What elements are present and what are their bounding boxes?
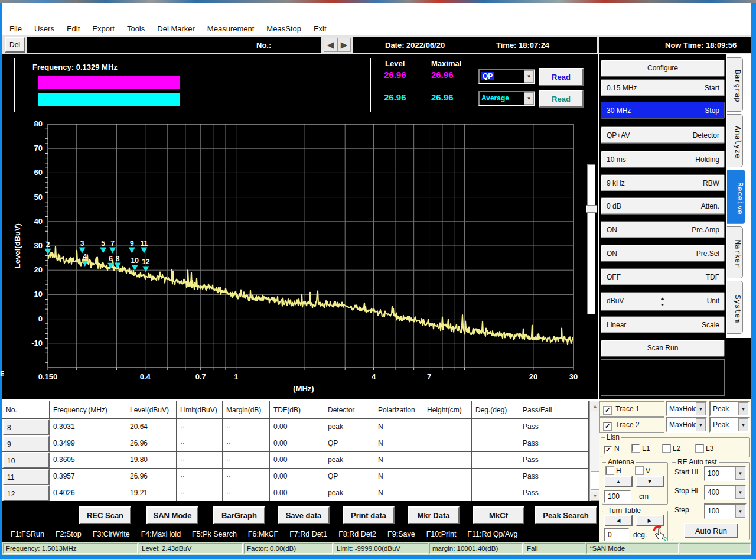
lisn-l3-checkbox[interactable] bbox=[696, 444, 703, 452]
side-button-scale[interactable]: LinearScale bbox=[601, 316, 725, 333]
start-height-dropdown-button[interactable]: ▼ bbox=[735, 467, 745, 480]
tab-bargrap[interactable]: Bargrap bbox=[727, 57, 743, 112]
side-button-rbw[interactable]: 9 kHzRBW bbox=[601, 174, 725, 191]
y-tick-label: 10 bbox=[34, 290, 43, 298]
trace2-mode-dropdown-button[interactable]: ▼ bbox=[696, 418, 706, 431]
button-mkcf[interactable]: MkCf bbox=[472, 506, 524, 524]
lisn-n-checkbox[interactable]: ✓ bbox=[604, 446, 612, 454]
cell-9-0[interactable]: 9 bbox=[2, 436, 50, 452]
table-scrollbar-thumb[interactable] bbox=[591, 471, 599, 490]
trace1-mode-select[interactable]: MaxHold ▼ bbox=[666, 401, 707, 417]
menu-item-export[interactable]: Export bbox=[92, 24, 115, 33]
stop-height-value: 400 bbox=[705, 486, 735, 499]
side-button-stop[interactable]: 30 MHzStop bbox=[601, 102, 725, 119]
cell-11-0[interactable]: 11 bbox=[2, 469, 50, 485]
detector1-selected-value: QP bbox=[481, 72, 494, 80]
tab-system[interactable]: System bbox=[727, 281, 743, 334]
auto-run-button[interactable]: Auto Run bbox=[684, 523, 738, 538]
menu-item-file[interactable]: File bbox=[9, 24, 22, 33]
chart-slider-thumb[interactable] bbox=[586, 205, 597, 213]
antenna-up-button[interactable]: ▲ bbox=[604, 476, 633, 488]
antenna-h-option[interactable]: H bbox=[606, 465, 621, 476]
trace2-detector-select[interactable]: Peak ▼ bbox=[709, 417, 750, 433]
cell-11-5: 0.00 bbox=[270, 469, 324, 485]
lisn-option-l2[interactable]: L2 bbox=[663, 443, 680, 453]
side-button-unit[interactable]: dBuVUnit▲▼ bbox=[601, 292, 725, 311]
trace2-toggle[interactable]: ✓ Trace 2 bbox=[599, 417, 664, 433]
side-button-start[interactable]: 0.15 MHzStart bbox=[601, 79, 725, 96]
lisn-option-l1[interactable]: L1 bbox=[632, 443, 650, 453]
tab-marker[interactable]: Marker bbox=[727, 226, 743, 278]
stop-height-select[interactable]: 400 ▼ bbox=[704, 485, 747, 500]
antenna-v-checkbox[interactable] bbox=[636, 467, 643, 474]
antenna-h-checkbox[interactable] bbox=[606, 467, 614, 474]
trace2-detector-dropdown-button[interactable]: ▼ bbox=[738, 418, 748, 431]
antenna-v-option[interactable]: V bbox=[636, 465, 650, 476]
unit-up-spinner-icon[interactable]: ▲ bbox=[661, 296, 665, 300]
antenna-down-button[interactable]: ▼ bbox=[636, 476, 664, 488]
cell-8-0[interactable]: 8 bbox=[2, 419, 50, 436]
button-rec-scan[interactable]: REC Scan bbox=[79, 506, 131, 524]
side-button-holding[interactable]: 10 msHolding bbox=[601, 151, 725, 168]
read1-button[interactable]: Read bbox=[539, 68, 584, 86]
turntable-left-button[interactable]: ◀ bbox=[604, 515, 633, 526]
side-button-start-label: Start bbox=[705, 84, 719, 92]
unit-down-spinner-icon[interactable]: ▼ bbox=[661, 303, 665, 307]
detector1-dropdown-button[interactable]: ▼ bbox=[524, 70, 534, 83]
button-bargraph[interactable]: BarGraph bbox=[213, 506, 265, 524]
prev-record-button[interactable]: ◀ bbox=[324, 38, 337, 52]
menu-item-exit[interactable]: Exit bbox=[314, 24, 327, 33]
detector2-dropdown-button[interactable]: ▼ bbox=[524, 92, 534, 105]
trace1-checkbox[interactable]: ✓ bbox=[604, 407, 611, 414]
turntable-angle-input[interactable] bbox=[604, 528, 629, 541]
read2-button[interactable]: Read bbox=[539, 90, 584, 108]
scroll-down-button[interactable]: ▼ bbox=[591, 492, 599, 501]
side-button-pre-sel[interactable]: ONPre.Sel bbox=[601, 245, 725, 262]
detector1-select[interactable]: QP ▼ bbox=[478, 69, 535, 84]
button-peak-search[interactable]: Peak Search bbox=[535, 506, 597, 524]
hand-click-icon[interactable] bbox=[652, 525, 667, 544]
button-mkr-data[interactable]: Mkr Data bbox=[408, 506, 460, 524]
step-dropdown-button[interactable]: ▼ bbox=[735, 505, 745, 518]
cell-10-0[interactable]: 10 bbox=[2, 452, 50, 469]
trace1-mode-dropdown-button[interactable]: ▼ bbox=[696, 402, 706, 415]
menu-item-del-marker[interactable]: Del Marker bbox=[157, 24, 195, 33]
side-button-scan-run[interactable]: Scan Run bbox=[601, 340, 725, 357]
side-button-detector[interactable]: QP+AVDetector bbox=[601, 126, 725, 144]
menu-item-measstop[interactable]: MeasStop bbox=[266, 24, 301, 33]
side-button-tdf[interactable]: OFFTDF bbox=[601, 268, 725, 285]
trace1-detector-select[interactable]: Peak ▼ bbox=[709, 401, 750, 417]
side-button-atten[interactable]: 0 dBAtten. bbox=[601, 197, 725, 214]
button-san-mode[interactable]: SAN Mode bbox=[146, 506, 198, 524]
tab-analyze[interactable]: Analyze bbox=[727, 114, 743, 167]
menu-item-users[interactable]: Users bbox=[34, 24, 54, 33]
detector2-select[interactable]: Average ▼ bbox=[478, 91, 535, 106]
lisn-l1-checkbox[interactable] bbox=[632, 444, 640, 452]
turntable-right-button[interactable]: ▶ bbox=[636, 515, 664, 526]
chart-vertical-slider[interactable] bbox=[587, 164, 595, 314]
trace1-detector-dropdown-button[interactable]: ▼ bbox=[738, 402, 748, 415]
del-button[interactable]: Del bbox=[5, 37, 25, 53]
trace1-toggle[interactable]: ✓ Trace 1 bbox=[599, 401, 664, 417]
menu-item-measurement[interactable]: Measurement bbox=[207, 24, 255, 33]
antenna-height-input[interactable] bbox=[604, 490, 631, 503]
side-button-pre-amp[interactable]: ONPre.Amp bbox=[601, 221, 725, 238]
lisn-option-l3[interactable]: L3 bbox=[696, 443, 713, 453]
side-button-configure[interactable]: Configure bbox=[601, 60, 725, 77]
trace2-mode-select[interactable]: MaxHold ▼ bbox=[666, 417, 707, 433]
menu-item-edit[interactable]: Edit bbox=[67, 24, 80, 33]
lisn-option-n[interactable]: ✓N bbox=[604, 443, 620, 454]
button-save-data[interactable]: Save data bbox=[278, 506, 330, 524]
button-print-data[interactable]: Print data bbox=[343, 506, 395, 524]
menu-item-tools[interactable]: Tools bbox=[127, 24, 145, 33]
tab-receive[interactable]: Receive bbox=[727, 170, 745, 224]
start-height-select[interactable]: 100 ▼ bbox=[704, 466, 747, 481]
next-record-button[interactable]: ▶ bbox=[337, 38, 351, 52]
trace2-checkbox[interactable]: ✓ bbox=[604, 422, 611, 430]
stop-height-dropdown-button[interactable]: ▼ bbox=[735, 486, 745, 499]
lisn-l2-checkbox[interactable] bbox=[663, 444, 670, 452]
step-select[interactable]: 100 ▼ bbox=[704, 503, 747, 519]
chevron-down-icon: ▼ bbox=[741, 422, 746, 428]
scroll-up-button[interactable]: ▲ bbox=[591, 402, 599, 411]
cell-12-0[interactable]: 12 bbox=[2, 485, 50, 502]
